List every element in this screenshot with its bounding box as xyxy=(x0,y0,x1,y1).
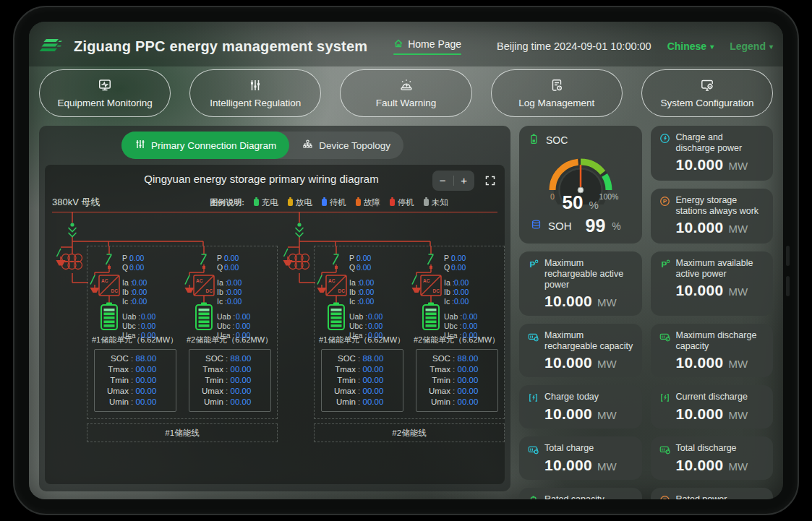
zoom-in-button[interactable]: + xyxy=(454,171,475,191)
unit-measurements: P0.00 Q0.00 Ia0.00 Ib0.00 Ic0.00 xyxy=(122,254,155,346)
svg-text:P: P xyxy=(661,259,667,269)
unit-measurements: P0.00 Q0.00 Ia0.00 Ib0.00 Ic0.00 xyxy=(444,254,477,346)
stage: Ziguang PPC energy management system Hom… xyxy=(0,0,812,521)
diagram-title: Qingyuan energy storage primary wiring d… xyxy=(144,173,378,185)
language-dropdown[interactable]: Chinese ▾ xyxy=(667,40,714,52)
battery-status-icon xyxy=(288,199,293,206)
battery-status-icon xyxy=(390,199,395,206)
nav-label: System Configuration xyxy=(660,98,753,108)
nav-log-management[interactable]: Log Management xyxy=(491,69,623,117)
legend-item: 待机 xyxy=(322,197,346,208)
storage-group-box: AC DC xyxy=(314,246,505,419)
battery-icon xyxy=(328,303,344,330)
circle-p-icon: P xyxy=(659,196,670,207)
legend-item: 放电 xyxy=(288,197,312,208)
soc-value: 50 xyxy=(563,191,584,214)
bus-voltage-label: 380kV 母线 xyxy=(52,196,161,209)
home-page-tab[interactable]: Home Page xyxy=(393,38,461,55)
active-tab-underline xyxy=(393,53,461,55)
zoom-out-button[interactable]: − xyxy=(432,171,453,191)
cylinder-icon xyxy=(531,219,542,233)
legend-item: 充电 xyxy=(254,197,278,208)
storage-unit: AC DC xyxy=(87,246,182,418)
nav-intelligent-regulation[interactable]: Intelligent Regulation xyxy=(189,69,321,117)
battery-gear-icon xyxy=(659,331,670,342)
soc-card: SOC 0 xyxy=(519,126,642,244)
diagram-tabs: Primary Connection Diagram xyxy=(121,132,505,159)
stat-card-charge-discharge-power: Charge and discharge power 10.000MW xyxy=(651,126,774,181)
unit-stats-box: SOC88.00 Tmax00.00 Tmin00.00 Umax00.00 U… xyxy=(189,349,271,412)
battery-status-icon xyxy=(356,199,361,206)
svg-text:AC: AC xyxy=(196,278,203,283)
alarm-icon xyxy=(399,78,414,95)
p-flag-icon: P xyxy=(528,259,539,270)
stat-card-always-work: P Energy storage stations always work 10… xyxy=(651,189,774,244)
topology-icon xyxy=(302,139,313,152)
nav-system-configuration[interactable]: System Configuration xyxy=(641,69,773,117)
screen-gear-icon xyxy=(700,78,714,95)
battery-status-icon xyxy=(254,199,259,206)
svg-text:0: 0 xyxy=(550,192,555,201)
battery-gear-icon xyxy=(528,444,539,455)
unit-stats-box: SOC88.00 Tmax00.00 Tmin00.00 Umax00.00 U… xyxy=(416,349,498,412)
storage-unit: AC DC xyxy=(182,246,277,418)
tab-label: Device Topology xyxy=(319,140,390,151)
tablet-side-button xyxy=(786,276,790,296)
stat-card-current-discharge: Current discharge 10.000MW xyxy=(651,385,774,429)
legend-dropdown[interactable]: Legend ▾ xyxy=(730,40,773,52)
chevron-down-icon: ▾ xyxy=(769,43,773,51)
soh-row: SOH 99 % xyxy=(528,214,633,238)
battery-gear-icon xyxy=(659,444,670,455)
storage-group-box: AC DC xyxy=(87,246,278,419)
chevron-down-icon: ▾ xyxy=(710,43,714,51)
battery-status-icon xyxy=(322,199,327,206)
stat-card-total-discharge: Total discharge 10.000MW xyxy=(651,436,774,480)
stats-panel: SOC 0 xyxy=(519,126,773,491)
status-legend: 图例说明: 充电 放电 待机 故障 停机 未知 xyxy=(161,197,497,208)
svg-text:AC: AC xyxy=(328,278,336,283)
svg-text:P: P xyxy=(529,259,535,269)
nav-label: Fault Warning xyxy=(376,98,437,108)
nav-fault-warning[interactable]: Fault Warning xyxy=(340,69,471,117)
tab-device-topology[interactable]: Device Topology xyxy=(289,132,403,159)
wiring-diagram-zone: Qingyuan energy storage primary wiring d… xyxy=(45,165,505,484)
tablet-frame: Ziguang PPC energy management system Hom… xyxy=(13,6,799,515)
zoom-control: − + xyxy=(432,171,474,191)
stat-card-max-rechargeable-capacity: Maximum rechargeable capacity 10.000MW xyxy=(519,324,642,377)
stat-card-charge-today: Charge today 10.000MW xyxy=(519,385,642,429)
log-gear-icon xyxy=(550,78,564,95)
battery-icon xyxy=(196,303,212,330)
circle-bolt-icon xyxy=(659,133,670,144)
legend-item: 未知 xyxy=(424,197,448,208)
svg-text:DC: DC xyxy=(338,288,346,293)
home-label: Home Page xyxy=(408,38,461,50)
screen: Ziguang PPC energy management system Hom… xyxy=(29,22,783,499)
home-icon xyxy=(393,38,403,51)
fullscreen-button[interactable] xyxy=(484,175,496,186)
unit-measurements: P0.00 Q0.00 Ia0.00 Ib0.00 Ic0.00 xyxy=(217,254,250,346)
storage-line-label: #1储能线 xyxy=(87,423,278,442)
nav-equipment-monitoring[interactable]: Equipment Monitoring xyxy=(39,69,171,117)
sliders-icon xyxy=(248,78,262,95)
bracket-bolt-icon xyxy=(528,392,539,403)
tab-primary-connection-diagram[interactable]: Primary Connection Diagram xyxy=(121,132,289,159)
battery-icon xyxy=(528,495,539,499)
main-nav: Equipment Monitoring Intelligent Regulat… xyxy=(39,69,773,117)
stat-card-max-available-active-power: P Maximum available active power 10.000M… xyxy=(651,251,774,316)
svg-text:DC: DC xyxy=(433,288,440,293)
legend-item: 停机 xyxy=(390,197,414,208)
unit-stats-box: SOC88.00 Tmax00.00 Tmin00.00 Umax00.00 U… xyxy=(94,349,176,412)
stat-card-total-charge: Total charge 10.000MW xyxy=(519,436,642,480)
tab-label: Primary Connection Diagram xyxy=(151,140,276,151)
stat-card-rated-power: P Rated power 10.000MW xyxy=(651,488,774,499)
svg-text:P: P xyxy=(662,497,667,499)
battery-icon xyxy=(101,303,117,330)
svg-text:AC: AC xyxy=(101,278,108,283)
unit-stats-box: SOC88.00 Tmax00.00 Tmin00.00 Umax00.00 U… xyxy=(321,349,403,412)
svg-text:AC: AC xyxy=(423,278,430,283)
battery-status-icon xyxy=(424,199,429,206)
monitor-pulse-icon xyxy=(98,78,112,95)
svg-text:DC: DC xyxy=(111,288,119,293)
legend-item: 故障 xyxy=(356,197,380,208)
nav-label: Intelligent Regulation xyxy=(210,98,301,108)
